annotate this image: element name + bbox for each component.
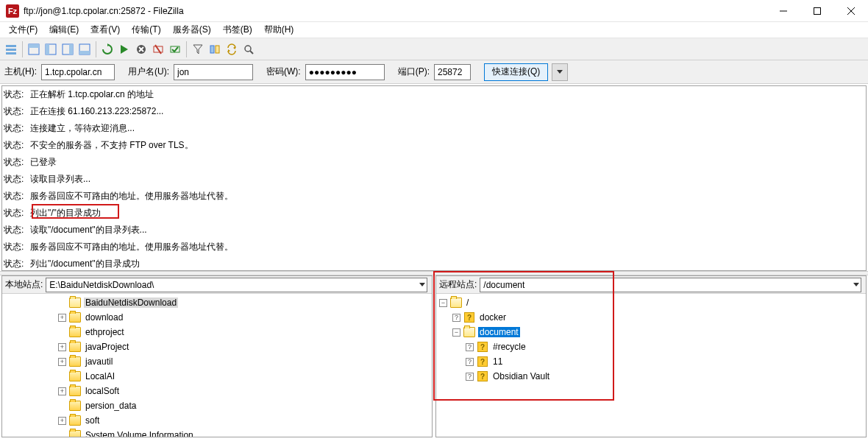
- tree-item[interactable]: BaiduNetdiskDownload: [2, 295, 432, 310]
- svg-marker-16: [121, 45, 128, 54]
- tree-item[interactable]: +download: [2, 310, 432, 325]
- menu-view[interactable]: 查看(V): [85, 22, 126, 38]
- reconnect-icon[interactable]: [167, 41, 183, 58]
- log-message: 列出"/"的目录成功: [30, 207, 864, 219]
- unknown-expand-icon[interactable]: ?: [466, 358, 474, 366]
- tree-item-label: localSoft: [84, 386, 121, 396]
- quickconnect-bar: 主机(H): 用户名(U): 密码(W): 端口(P): 快速连接(Q): [0, 60, 868, 84]
- password-label: 密码(W):: [266, 66, 301, 78]
- menu-bookmarks[interactable]: 书签(B): [217, 22, 258, 38]
- toggle-log-icon[interactable]: [26, 41, 42, 58]
- expand-icon[interactable]: +: [58, 314, 66, 322]
- quickconnect-dropdown[interactable]: [552, 63, 568, 81]
- expand-icon[interactable]: +: [58, 387, 66, 395]
- filter-icon[interactable]: [190, 41, 206, 58]
- log-message: 连接建立，等待欢迎消息...: [30, 122, 864, 135]
- local-path-input[interactable]: [46, 278, 427, 292]
- host-input[interactable]: [41, 64, 115, 80]
- unknown-expand-icon[interactable]: ?: [466, 343, 474, 351]
- cancel-icon[interactable]: [133, 41, 149, 58]
- tree-item[interactable]: +javaProject: [2, 339, 432, 354]
- local-site-label: 本地站点:: [5, 278, 43, 291]
- tree-item[interactable]: ??Obsidian Vault: [436, 369, 866, 384]
- unknown-folder-icon: ?: [477, 371, 488, 381]
- menu-file[interactable]: 文件(F): [3, 22, 43, 38]
- log-line: 状态:服务器回应不可路由的地址。使用服务器地址代替。: [2, 239, 866, 256]
- tree-item-label: javaProject: [84, 342, 130, 352]
- tree-item-label: Obsidian Vault: [491, 371, 551, 381]
- tree-item[interactable]: System Volume Information: [2, 428, 432, 437]
- refresh-icon[interactable]: [99, 41, 115, 58]
- expand-icon[interactable]: +: [58, 358, 66, 366]
- tree-item[interactable]: +soft: [2, 413, 432, 428]
- tree-item-label: persion_data: [84, 401, 138, 411]
- log-status-label: 状态:: [4, 207, 30, 219]
- remote-tree[interactable]: −/??docker−document??#recycle??11??Obsid…: [436, 294, 866, 437]
- disconnect-icon[interactable]: [150, 41, 166, 58]
- search-icon[interactable]: [241, 41, 257, 58]
- tree-item[interactable]: ??docker: [436, 310, 866, 325]
- unknown-folder-icon: ?: [477, 356, 488, 367]
- tree-item[interactable]: ethproject: [2, 325, 432, 339]
- expand-icon[interactable]: +: [58, 343, 66, 351]
- tree-item[interactable]: persion_data: [2, 398, 432, 413]
- tree-item[interactable]: +localSoft: [2, 384, 432, 398]
- close-button[interactable]: [834, 0, 868, 22]
- menu-edit[interactable]: 编辑(E): [43, 22, 85, 38]
- tree-item[interactable]: −document: [436, 325, 866, 339]
- tree-item[interactable]: ??11: [436, 354, 866, 369]
- tree-item-label: javautil: [84, 356, 114, 367]
- log-message: 读取目录列表...: [30, 173, 864, 186]
- toggle-remote-tree-icon[interactable]: [60, 41, 76, 58]
- sync-browse-icon[interactable]: [224, 41, 240, 58]
- maximize-button[interactable]: [800, 0, 834, 22]
- tree-item-label: #recycle: [491, 342, 527, 352]
- titlebar: Fz ftp://jon@1.tcp.cpolar.cn:25872 - Fil…: [0, 0, 868, 22]
- log-status-label: 状态:: [4, 241, 30, 253]
- toggle-queue-icon[interactable]: [77, 41, 93, 58]
- username-label: 用户名(U):: [128, 66, 169, 78]
- svg-rect-4: [6, 45, 16, 47]
- message-log[interactable]: 状态:正在解析 1.tcp.cpolar.cn 的地址状态:正在连接 61.16…: [1, 85, 867, 271]
- local-tree[interactable]: BaiduNetdiskDownload+downloadethproject+…: [2, 294, 432, 437]
- folder-open-icon: [450, 298, 462, 308]
- log-status-label: 状态:: [4, 173, 30, 186]
- unknown-expand-icon[interactable]: ?: [452, 314, 460, 322]
- collapse-icon[interactable]: −: [439, 299, 447, 307]
- tree-item-label: System Volume Information: [84, 430, 195, 437]
- expand-icon[interactable]: +: [58, 417, 66, 425]
- port-input[interactable]: [434, 64, 471, 80]
- site-manager-icon[interactable]: [3, 41, 19, 58]
- minimize-button[interactable]: [766, 0, 800, 22]
- tree-item[interactable]: +javautil: [2, 354, 432, 369]
- folder-open-icon: [463, 327, 475, 337]
- log-line: 状态:连接建立，等待欢迎消息...: [2, 120, 866, 137]
- password-input[interactable]: [305, 64, 385, 80]
- remote-site-label: 远程站点:: [439, 278, 477, 291]
- process-queue-icon[interactable]: [116, 41, 132, 58]
- tree-item[interactable]: LocalAI: [2, 369, 432, 384]
- tree-item[interactable]: −/: [436, 295, 866, 310]
- svg-rect-24: [210, 46, 214, 53]
- remote-site-panel: 远程站点: −/??docker−document??#recycle??11?…: [435, 275, 867, 437]
- tree-item-label: docker: [478, 312, 508, 323]
- quickconnect-button[interactable]: 快速连接(Q): [484, 63, 548, 81]
- tree-item[interactable]: ??#recycle: [436, 339, 866, 354]
- compare-icon[interactable]: [207, 41, 223, 58]
- log-line: 状态:已登录: [2, 154, 866, 171]
- toggle-local-tree-icon[interactable]: [43, 41, 59, 58]
- unknown-folder-icon: ?: [463, 312, 475, 323]
- folder-icon: [69, 371, 81, 381]
- username-input[interactable]: [174, 64, 253, 80]
- collapse-icon[interactable]: −: [452, 328, 460, 337]
- menu-transfer[interactable]: 传输(T): [126, 22, 166, 38]
- log-message: 正在连接 61.160.213.223:25872...: [30, 105, 864, 118]
- menu-server[interactable]: 服务器(S): [167, 22, 217, 38]
- unknown-expand-icon[interactable]: ?: [466, 373, 474, 381]
- remote-path-input[interactable]: [480, 278, 861, 292]
- tree-item-label: download: [84, 312, 124, 323]
- folder-icon: [69, 327, 81, 337]
- log-message: 服务器回应不可路由的地址。使用服务器地址代替。: [30, 241, 864, 253]
- svg-marker-26: [233, 46, 235, 49]
- menu-help[interactable]: 帮助(H): [258, 22, 300, 38]
